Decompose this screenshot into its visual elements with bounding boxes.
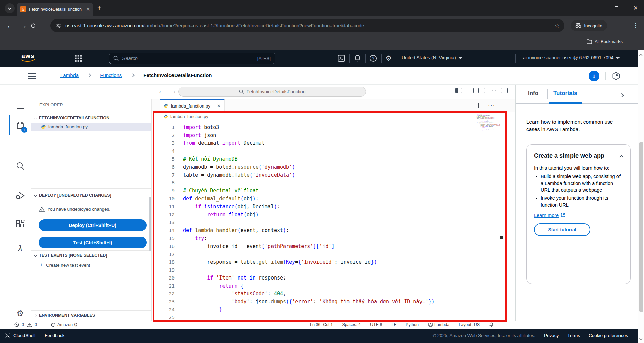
code-line[interactable]: 4 [152, 147, 515, 156]
editor-body[interactable]: lambda_function.py 1import boto32import … [152, 112, 515, 321]
files-explorer-icon[interactable]: 1 [9, 117, 31, 133]
code-line[interactable]: 18 response = table.get_item(Key={'Invoi… [152, 258, 515, 266]
amazon-q-status[interactable]: Amazon Q [51, 322, 77, 327]
code-line[interactable]: 1import boto3 [152, 124, 515, 132]
status-line-col[interactable]: Ln 36, Col 1 [310, 322, 333, 327]
problems-status[interactable]: 0 0 [14, 322, 37, 327]
editor-file-tab[interactable]: lambda_function.py ✕ [160, 99, 225, 112]
breadcrumb-lambda[interactable]: Lambda [60, 72, 79, 78]
bookmark-star-icon[interactable]: ☆ [555, 22, 560, 29]
info-icon[interactable]: i [589, 71, 599, 81]
minimap[interactable]: import boto3import jsonfrom decimal impo… [468, 114, 500, 144]
deploy-button[interactable]: Deploy (Ctrl+Shift+U) [39, 219, 147, 231]
tab-search-button[interactable] [5, 3, 15, 13]
settings-gear-icon[interactable]: ⚙ [9, 305, 31, 321]
footer-link[interactable]: Privacy [544, 333, 559, 338]
fullscreen-icon[interactable] [501, 88, 508, 93]
settings-gear-icon[interactable]: ⚙ [385, 54, 393, 62]
project-tree-item[interactable]: FETCHINVOICEDETAILSFUNCTION [31, 114, 151, 122]
site-settings-icon[interactable] [56, 23, 61, 29]
breadcrumb-functions[interactable]: Functions [100, 72, 122, 78]
code-line[interactable]: 14def lambda_handler(event, context): [152, 227, 515, 235]
code-line[interactable]: 9# Chuyển Decimal về float [152, 187, 515, 195]
scroll-up-icon[interactable] [640, 51, 642, 57]
feedback-link[interactable]: Feedback [45, 333, 64, 338]
notifications-bell-icon[interactable] [489, 322, 494, 327]
tab-info[interactable]: Info [528, 90, 538, 97]
scroll-down-icon[interactable] [640, 336, 642, 342]
cloudshell-icon[interactable] [337, 54, 345, 62]
code-line[interactable]: 10def decimal_default(obj): [152, 195, 515, 203]
code-line[interactable]: 6dynamodb = boto3.resource('dynamodb') [152, 163, 515, 171]
maximize-icon[interactable] [615, 6, 618, 10]
toggle-panel-icon[interactable] [467, 88, 474, 93]
account-menu[interactable]: ai-invoice-scanner-user @ 6762-0691-7094 [523, 55, 620, 60]
region-selector[interactable]: United States (N. Virginia) [402, 55, 462, 60]
close-icon[interactable]: ✕ [633, 5, 638, 12]
status-layout[interactable]: Layout: US [459, 322, 480, 327]
status-language[interactable]: Python [406, 322, 419, 327]
code-line[interactable]: 19 [152, 266, 515, 274]
learn-more-link[interactable]: Learn more [534, 213, 623, 218]
code-line[interactable]: 11 if isinstance(obj, Decimal): [152, 203, 515, 211]
code-area[interactable]: 1import boto32import json3from decimal i… [152, 124, 515, 321]
help-icon[interactable]: ? [369, 54, 377, 62]
editor-search-box[interactable]: FetchInvoiceDetailsFunction [178, 87, 366, 97]
notifications-bell-icon[interactable] [353, 54, 361, 62]
tab-close-icon[interactable]: ✕ [86, 7, 90, 12]
code-line[interactable]: 17 [152, 251, 515, 259]
url-bar[interactable]: us-east-1.console.aws.amazon.com/lambda/… [50, 19, 564, 32]
search-panel-icon[interactable] [9, 158, 31, 174]
collapse-panel-button[interactable] [620, 92, 623, 98]
aws-lambda-panel-icon[interactable]: λ [9, 240, 31, 256]
code-line[interactable]: 7table = dynamodb.Table('InvoiceData') [152, 171, 515, 179]
aws-search-input[interactable]: Search [Alt+S] [109, 53, 275, 64]
code-line[interactable]: 13 [152, 219, 515, 227]
code-line[interactable]: 24 } [152, 306, 515, 314]
footer-link[interactable]: Terms [567, 333, 580, 338]
customize-layout-icon[interactable] [490, 88, 496, 93]
env-vars-section-header[interactable]: ENVIRONMENT VARIABLES [34, 313, 95, 318]
extensions-icon[interactable] [9, 216, 31, 232]
reload-icon[interactable] [30, 23, 44, 29]
deploy-section-header[interactable]: DEPLOY [UNDEPLOYED CHANGES] [34, 193, 111, 198]
code-line[interactable]: 25 [152, 314, 515, 321]
aws-logo[interactable]: aws [18, 53, 37, 62]
explorer-scrollbar[interactable] [149, 197, 151, 251]
collapse-card-button[interactable] [620, 153, 623, 159]
code-line[interactable]: 22 'statusCode': 404, [152, 290, 515, 298]
code-line[interactable]: } [468, 130, 500, 131]
new-tab-button[interactable]: + [97, 5, 101, 11]
editor-more-icon[interactable]: ··· [488, 102, 495, 109]
editor-breadcrumb[interactable]: lambda_function.py [164, 114, 208, 119]
explorer-more-icon[interactable]: ··· [139, 101, 146, 107]
code-line[interactable]: 15 try: [152, 234, 515, 243]
scrollbar-thumb[interactable] [639, 142, 643, 312]
hamburger-menu-icon[interactable] [28, 72, 36, 79]
start-tutorial-button[interactable]: Start tutorial [534, 223, 590, 236]
status-eol[interactable]: LF [391, 322, 396, 327]
split-editor-icon[interactable] [476, 103, 481, 108]
page-scrollbar[interactable] [638, 50, 644, 343]
editor-back-icon[interactable]: ← [158, 87, 165, 95]
code-line[interactable]: 20 if 'Item' not in response: [152, 274, 515, 282]
test-events-section-header[interactable]: TEST EVENTS [NONE SELECTED] [34, 253, 107, 258]
code-line[interactable]: 3from decimal import Decimal [152, 139, 515, 147]
code-line[interactable]: 23 'body': json.dumps({'error': 'Không t… [152, 298, 515, 306]
minimize-icon[interactable] [596, 8, 600, 8]
code-line[interactable]: 16 invoice_id = event['pathParameters'][… [152, 243, 515, 251]
tab-close-icon[interactable]: ✕ [217, 103, 221, 109]
status-encoding[interactable]: UTF-8 [370, 322, 382, 327]
code-line[interactable]: 2import json [152, 132, 515, 140]
explorer-menu-icon[interactable] [9, 100, 31, 117]
browser-menu-icon[interactable]: ⋮ [633, 22, 639, 29]
create-test-event-button[interactable]: + Create new test event [40, 262, 90, 268]
status-spaces[interactable]: Spaces: 4 [342, 322, 361, 327]
code-line[interactable]: 12 return float(obj) [152, 211, 515, 219]
browser-tab[interactable]: λ FetchInvoiceDetailsFunction | Fu ✕ [17, 3, 93, 16]
footer-link[interactable]: Cookie preferences [589, 333, 628, 338]
services-grid-icon[interactable] [75, 55, 82, 62]
amazon-q-hexagon-icon[interactable] [612, 72, 621, 80]
code-line[interactable]: 8 [152, 179, 515, 187]
file-tree-item[interactable]: lambda_function.py [31, 123, 151, 131]
